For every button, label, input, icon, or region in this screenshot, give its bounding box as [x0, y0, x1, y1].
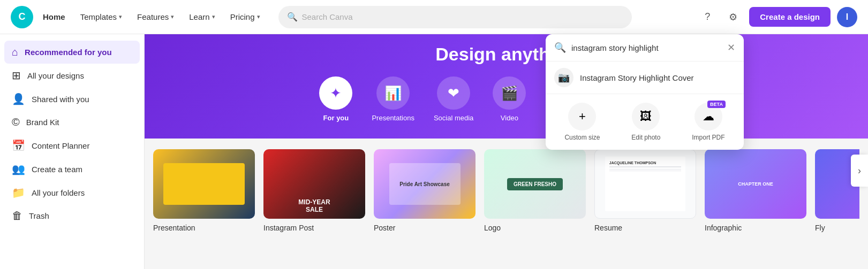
gear-icon: ⚙ — [729, 11, 737, 23]
learn-nav-item[interactable]: Learn ▾ — [184, 9, 220, 25]
chevron-right-icon: › — [858, 165, 861, 176]
social-media-icon: ❤ — [437, 76, 470, 110]
team-icon: 👥 — [12, 163, 25, 175]
chevron-down-icon: ▾ — [257, 13, 260, 20]
person-icon: 👤 — [12, 93, 25, 105]
scroll-right-arrow[interactable]: › — [851, 155, 868, 187]
search-result-row[interactable]: 📷 Instagram Story Highlight Cover — [546, 62, 744, 94]
template-label: Presentation — [153, 224, 195, 232]
category-social-media[interactable]: ❤ Social media — [434, 76, 473, 122]
search-dropdown-input[interactable] — [571, 43, 722, 52]
user-avatar[interactable]: I — [837, 7, 857, 27]
help-icon-button[interactable]: ? — [698, 7, 717, 27]
custom-size-action[interactable]: + Custom size — [564, 103, 600, 141]
home-icon: ⌂ — [12, 46, 18, 58]
beta-badge: BETA — [707, 101, 726, 108]
main-content: Design anything ✦ For you 📊 Presentation… — [145, 34, 868, 269]
template-card-poster[interactable]: Pride Art Showcase Poster — [374, 149, 475, 233]
sidebar-item-trash[interactable]: 🗑 Trash — [4, 204, 140, 227]
template-card-logo[interactable]: GREEN FRESHO Logo — [484, 149, 586, 233]
presentations-icon: 📊 — [376, 76, 410, 110]
template-card-presentation[interactable]: Presentation — [153, 149, 255, 233]
hero-banner: Design anything ✦ For you 📊 Presentation… — [145, 34, 868, 139]
sidebar-item-brand-kit[interactable]: © Brand Kit — [4, 111, 140, 134]
template-label: Fly — [815, 224, 825, 232]
create-design-button[interactable]: Create a design — [749, 7, 831, 27]
template-card-resume[interactable]: JACQUELINE THOMPSON Resume — [594, 149, 696, 233]
search-bar[interactable]: 🔍 Search Canva — [278, 6, 632, 28]
category-for-you[interactable]: ✦ For you — [319, 76, 352, 122]
logo[interactable]: C — [11, 6, 33, 28]
result-label: Instagram Story Highlight Cover — [580, 73, 694, 82]
category-label: Presentations — [372, 114, 414, 122]
search-dropdown: 🔍 ✕ 📷 Instagram Story Highlight Cover + … — [546, 34, 744, 150]
import-pdf-label: Import PDF — [692, 134, 724, 141]
templates-grid: Presentation MID-YEARSALE Instagram Post… — [153, 149, 859, 233]
result-icon: 📷 — [554, 68, 573, 87]
chevron-down-icon: ▾ — [212, 13, 215, 20]
custom-size-label: Custom size — [564, 134, 600, 141]
pricing-nav-item[interactable]: Pricing ▾ — [225, 9, 266, 25]
category-video[interactable]: 🎬 Video — [493, 76, 526, 122]
chevron-down-icon: ▾ — [119, 13, 122, 20]
import-pdf-action[interactable]: ☁ BETA Import PDF — [692, 103, 724, 141]
category-presentations[interactable]: 📊 Presentations — [372, 76, 414, 122]
search-placeholder: Search Canva — [302, 12, 623, 21]
import-pdf-icon: ☁ BETA — [695, 103, 722, 130]
brand-icon: © — [12, 116, 20, 128]
template-label: Infographic — [705, 224, 742, 232]
top-nav: C Home Templates ▾ Features ▾ Learn ▾ Pr… — [0, 0, 868, 34]
templates-section: Presentation MID-YEARSALE Instagram Post… — [145, 139, 868, 243]
template-label: Logo — [484, 224, 501, 232]
category-label: Social media — [434, 114, 473, 122]
templates-nav-item[interactable]: Templates ▾ — [75, 9, 127, 25]
sidebar: ⌂ Recommended for you ⊞ All your designs… — [0, 34, 145, 269]
sidebar-item-folders[interactable]: 📁 All your folders — [4, 181, 140, 204]
chevron-down-icon: ▾ — [171, 13, 174, 20]
home-nav-item[interactable]: Home — [37, 9, 71, 25]
category-label: Video — [501, 114, 518, 122]
edit-photo-label: Edit photo — [631, 134, 660, 141]
for-you-icon: ✦ — [319, 76, 352, 110]
edit-photo-action[interactable]: 🖼 Edit photo — [631, 103, 660, 141]
search-dropdown-icon: 🔍 — [554, 42, 566, 53]
template-label: Poster — [374, 224, 395, 232]
dropdown-actions: + Custom size 🖼 Edit photo ☁ BETA Import… — [546, 94, 744, 150]
template-label: Instagram Post — [263, 224, 314, 232]
edit-photo-icon: 🖼 — [632, 103, 660, 130]
question-mark-icon: ? — [705, 11, 710, 22]
folder-icon: 📁 — [12, 186, 25, 199]
custom-size-icon: + — [568, 103, 596, 130]
template-card-instagram[interactable]: MID-YEARSALE Instagram Post — [263, 149, 365, 233]
template-card-infographic[interactable]: CHAPTER ONE Infographic — [705, 149, 806, 233]
grid-icon: ⊞ — [12, 69, 21, 82]
sidebar-item-all-designs[interactable]: ⊞ All your designs — [4, 64, 140, 87]
close-icon[interactable]: ✕ — [727, 42, 735, 53]
settings-icon-button[interactable]: ⚙ — [723, 7, 743, 27]
nav-right: ? ⚙ Create a design I — [698, 7, 857, 27]
search-input-row: 🔍 ✕ — [546, 34, 744, 62]
video-icon: 🎬 — [493, 76, 526, 110]
trash-icon: 🗑 — [12, 210, 22, 222]
search-icon: 🔍 — [287, 12, 298, 22]
template-label: Resume — [594, 224, 622, 232]
features-nav-item[interactable]: Features ▾ — [132, 9, 179, 25]
sidebar-item-recommended[interactable]: ⌂ Recommended for you — [4, 41, 140, 64]
sidebar-item-create-team[interactable]: 👥 Create a team — [4, 157, 140, 181]
calendar-icon: 📅 — [12, 139, 25, 152]
sidebar-item-content-planner[interactable]: 📅 Content Planner — [4, 134, 140, 157]
sidebar-item-shared[interactable]: 👤 Shared with you — [4, 87, 140, 111]
category-label: For you — [323, 114, 349, 122]
